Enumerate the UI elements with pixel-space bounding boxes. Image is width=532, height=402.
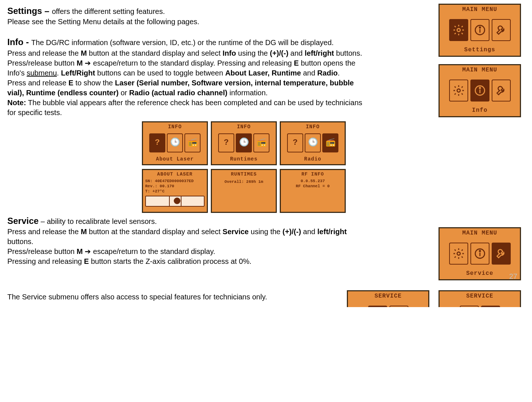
svg-point-3 (479, 27, 480, 28)
lightbulb-icon (481, 306, 500, 307)
info-heading-line: Info - The DG/RC information (software v… (7, 36, 370, 48)
lcd-info-runtimes: INFO ? 🕒 📻 Runtimes (211, 121, 277, 165)
document-body: Settings – offers the different setting … (7, 5, 370, 302)
service-paragraph-2: Press and release the M button at the st… (7, 227, 370, 247)
gear-icon (449, 80, 468, 102)
lcd-info-about-laser: INFO ? 🕒 📻 About Laser (142, 121, 208, 165)
clock-icon: 🕒 (305, 133, 321, 152)
info-paragraph-2: Press and release the M button at the st… (7, 48, 370, 78)
sn-line: SN: 40E47ED0000037ED (145, 178, 205, 184)
lcd-runtimes-detail: RUNTIMES Overall: 269h 1m (211, 169, 277, 213)
page-number: 27 (509, 272, 517, 281)
wrench-icon (492, 243, 511, 265)
laser-icon: ? (149, 133, 165, 152)
info-heading: Info (7, 37, 23, 47)
lcd-rfinfo-detail: RF INFO 0.0.55.237 RF Channel = 0 (280, 169, 346, 213)
gear-icon (449, 243, 468, 265)
info-note: Note: The bubble vial appears after the … (7, 98, 370, 118)
svg-point-11 (479, 251, 480, 252)
info-icon (470, 243, 489, 265)
service-last-line: The Service submenu offers also access t… (7, 292, 370, 302)
runtimes-line: Overall: 269h 1m (214, 179, 274, 184)
laser-icon: ? (287, 133, 303, 152)
calibration-z-icon: ↕Z (368, 306, 387, 307)
radio-icon: 📻 (322, 133, 338, 152)
settings-line2: Please see the Setting Menu details at t… (7, 17, 370, 27)
info-lcd-grid: INFO ? 🕒 📻 About Laser INFO ? 🕒 📻 Runtim… (117, 121, 370, 213)
lcd-caption: Settings (440, 46, 520, 56)
info-icon (470, 80, 489, 102)
rf-version: 0.0.55.237 (283, 178, 342, 184)
lcd-title: MAIN MENU (440, 5, 520, 14)
bubble-vial-icon (145, 196, 205, 207)
lcd-about-laser-detail: ABOUT LASER SN: 40E47ED0000037ED Rev.: 0… (142, 169, 208, 213)
settings-heading: Settings (7, 6, 42, 16)
svg-point-0 (457, 29, 460, 32)
lcd-title: MAIN MENU (440, 65, 520, 74)
calibration-z-icon: ↕Z (460, 306, 479, 307)
temp-line: T: +27°C (145, 189, 205, 194)
lcd-service-calibration-z: SERVICE ↕Z Calibration Z (347, 290, 433, 307)
rf-channel: RF Channel = 0 (283, 184, 342, 189)
lightbulb-icon (389, 306, 408, 307)
service-heading: Service (7, 216, 38, 226)
info-icon (470, 19, 489, 41)
clock-icon: 🕒 (167, 133, 183, 152)
service-paragraph-3: Press/release button M ➔ escape/return t… (7, 247, 264, 257)
lcd-title: MAIN MENU (440, 228, 520, 237)
lcd-title: SERVICE (440, 291, 520, 300)
lcd-main-menu-info: MAIN MENU Info (439, 64, 525, 117)
lcd-title: SERVICE (348, 291, 428, 300)
settings-heading-line: Settings – offers the different setting … (7, 5, 370, 17)
laser-icon: ? (218, 133, 234, 152)
rev-line: Rev.: 00.170 (145, 184, 205, 189)
svg-point-4 (457, 89, 460, 92)
lcd-caption: Service (440, 270, 520, 279)
gear-icon (449, 19, 468, 41)
info-paragraph-3: Press and release E to show the Laser (S… (7, 78, 370, 98)
radio-icon: 📻 (184, 133, 201, 152)
svg-point-7 (479, 88, 480, 89)
lcd-caption: Info (440, 107, 520, 116)
clock-icon: 🕒 (236, 133, 252, 152)
wrench-icon (492, 80, 511, 102)
lcd-main-menu-settings: MAIN MENU Settings (439, 4, 525, 57)
lcd-info-radio: INFO ? 🕒 📻 Radio (280, 121, 346, 165)
service-heading-line: Service – ability to recalibrate level s… (7, 215, 370, 227)
lcd-service-technician: SERVICE ↕Z Technician (439, 290, 525, 307)
radio-icon: 📻 (253, 133, 269, 152)
svg-point-8 (457, 252, 460, 255)
wrench-icon (492, 19, 511, 41)
service-paragraph-4: Pressing and releasing E button starts t… (7, 257, 264, 266)
